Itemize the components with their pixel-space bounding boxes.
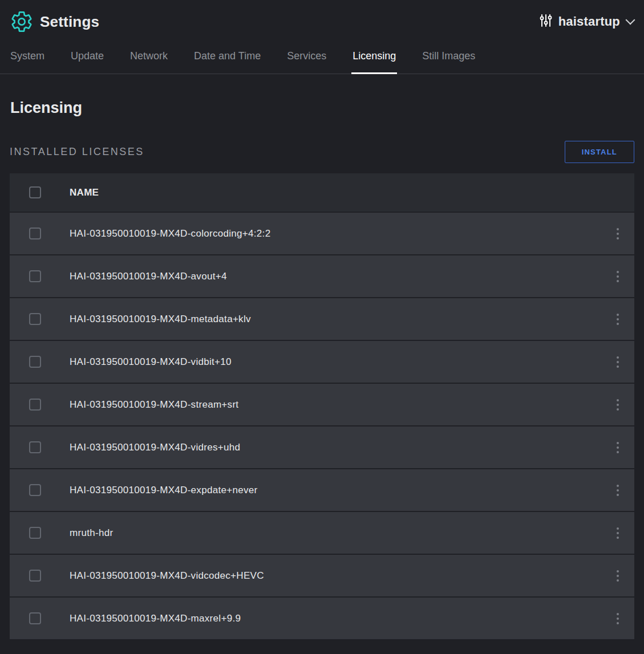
table-row: HAI-031950010019-MX4D-colorcoding+4:2:2 bbox=[10, 213, 634, 254]
kebab-menu-icon[interactable] bbox=[613, 353, 622, 371]
row-checkbox[interactable] bbox=[29, 228, 41, 239]
account-menu[interactable]: haistartup bbox=[539, 13, 634, 30]
sliders-icon bbox=[539, 13, 553, 30]
kebab-menu-icon[interactable] bbox=[613, 481, 622, 499]
tab-network[interactable]: Network bbox=[130, 42, 168, 74]
license-name: HAI-031950010019-MX4D-vidres+uhd bbox=[60, 442, 601, 453]
row-checkbox[interactable] bbox=[29, 313, 41, 325]
row-checkbox[interactable] bbox=[29, 399, 41, 411]
license-name: HAI-031950010019-MX4D-colorcoding+4:2:2 bbox=[60, 228, 601, 239]
table-row: HAI-031950010019-MX4D-maxrel+9.9 bbox=[10, 598, 634, 639]
table-row: HAI-031950010019-MX4D-avout+4 bbox=[10, 255, 634, 297]
row-checkbox[interactable] bbox=[29, 270, 41, 282]
tab-still-images[interactable]: Still Images bbox=[422, 42, 475, 74]
license-name: mruth-hdr bbox=[60, 527, 601, 539]
table-row: HAI-031950010019-MX4D-vidcodec+HEVC bbox=[10, 555, 634, 596]
chevron-down-icon bbox=[626, 15, 635, 25]
row-checkbox[interactable] bbox=[29, 484, 41, 496]
select-all-checkbox[interactable] bbox=[29, 186, 41, 198]
table-row: HAI-031950010019-MX4D-vidbit+10 bbox=[10, 341, 634, 383]
license-table-header: NAME bbox=[10, 173, 634, 212]
tab-update[interactable]: Update bbox=[71, 42, 104, 74]
kebab-menu-icon[interactable] bbox=[613, 567, 622, 585]
app-header: Settings haistartup bbox=[0, 0, 644, 42]
row-checkbox[interactable] bbox=[29, 527, 41, 539]
account-name: haistartup bbox=[558, 14, 620, 29]
installed-licenses-header: INSTALLED LICENSES INSTALL bbox=[10, 141, 634, 163]
tab-date-and-time[interactable]: Date and Time bbox=[194, 42, 261, 74]
kebab-menu-icon[interactable] bbox=[613, 225, 622, 243]
license-table: NAME HAI-031950010019-MX4D-colorcoding+4… bbox=[10, 173, 634, 639]
kebab-menu-icon[interactable] bbox=[613, 524, 622, 542]
table-row: HAI-031950010019-MX4D-expdate+never bbox=[10, 469, 634, 511]
tab-services[interactable]: Services bbox=[287, 42, 326, 74]
row-checkbox[interactable] bbox=[29, 356, 41, 368]
column-header-name: NAME bbox=[60, 187, 601, 198]
license-name: HAI-031950010019-MX4D-metadata+klv bbox=[60, 314, 601, 325]
kebab-menu-icon[interactable] bbox=[613, 267, 622, 286]
row-checkbox[interactable] bbox=[29, 441, 41, 453]
license-name: HAI-031950010019-MX4D-vidcodec+HEVC bbox=[60, 570, 601, 582]
license-name: HAI-031950010019-MX4D-expdate+never bbox=[60, 485, 601, 496]
kebab-menu-icon[interactable] bbox=[613, 438, 622, 457]
kebab-menu-icon[interactable] bbox=[613, 310, 622, 328]
table-row: mruth-hdr bbox=[10, 512, 634, 554]
kebab-menu-icon[interactable] bbox=[613, 396, 622, 414]
license-name: HAI-031950010019-MX4D-vidbit+10 bbox=[60, 356, 601, 368]
install-button[interactable]: INSTALL bbox=[565, 141, 634, 163]
table-row: HAI-031950010019-MX4D-stream+srt bbox=[10, 384, 634, 425]
row-checkbox[interactable] bbox=[29, 612, 41, 624]
license-name: HAI-031950010019-MX4D-maxrel+9.9 bbox=[60, 613, 601, 624]
row-checkbox[interactable] bbox=[29, 570, 41, 582]
kebab-menu-icon[interactable] bbox=[613, 610, 622, 628]
license-name: HAI-031950010019-MX4D-avout+4 bbox=[60, 271, 601, 282]
table-row: HAI-031950010019-MX4D-metadata+klv bbox=[10, 298, 634, 340]
license-name: HAI-031950010019-MX4D-stream+srt bbox=[60, 399, 601, 411]
licensing-page: Licensing INSTALLED LICENSES INSTALL NAM… bbox=[0, 99, 644, 639]
table-row: HAI-031950010019-MX4D-vidres+uhd bbox=[10, 426, 634, 468]
page-title: Licensing bbox=[10, 99, 634, 117]
section-title: INSTALLED LICENSES bbox=[10, 146, 144, 158]
tab-system[interactable]: System bbox=[10, 42, 44, 74]
tab-licensing[interactable]: Licensing bbox=[353, 42, 396, 74]
license-table-body: HAI-031950010019-MX4D-colorcoding+4:2:2 … bbox=[10, 213, 634, 639]
settings-gear-icon bbox=[9, 9, 34, 34]
tab-bar: System Update Network Date and Time Serv… bbox=[0, 42, 644, 74]
page-header-title: Settings bbox=[40, 13, 99, 31]
